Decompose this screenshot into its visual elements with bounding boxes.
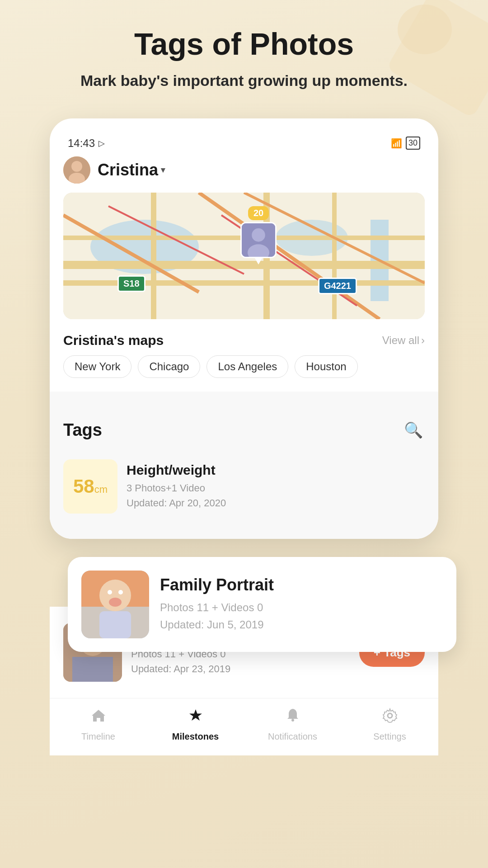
status-bar: 14:43 ▷ 📶 30 bbox=[63, 132, 425, 156]
maps-title: Cristina's maps bbox=[63, 333, 164, 348]
map-container[interactable]: S18 G4221 20 bbox=[63, 193, 425, 319]
road-sign-s18: S18 bbox=[117, 275, 145, 292]
city-chip-0[interactable]: New York bbox=[63, 355, 131, 378]
bottom-navigation: Timeline Milestones bbox=[50, 698, 438, 755]
nav-label-milestones: Milestones bbox=[172, 731, 219, 742]
nav-item-notifications[interactable]: Notifications bbox=[244, 708, 341, 742]
svg-rect-30 bbox=[72, 657, 113, 682]
map-pin bbox=[255, 258, 262, 264]
svg-point-34 bbox=[388, 713, 392, 718]
home-icon bbox=[90, 708, 107, 728]
tags-header: Tags 🔍 bbox=[63, 419, 425, 441]
tag-thumbnail-height: 58 cm bbox=[63, 459, 117, 514]
tags-section: Tags 🔍 58 cm Height/weight bbox=[63, 405, 425, 530]
city-chip-2[interactable]: Los Angeles bbox=[206, 355, 288, 378]
battery-icon: 30 bbox=[406, 137, 420, 150]
status-time: 14:43 ▷ bbox=[68, 137, 105, 150]
nav-label-settings: Settings bbox=[373, 731, 406, 742]
user-name-label[interactable]: Cristina ▾ bbox=[98, 160, 165, 179]
bell-icon bbox=[285, 708, 301, 728]
svg-point-1 bbox=[71, 161, 82, 172]
svg-point-26 bbox=[109, 598, 122, 607]
search-button[interactable]: 🔍 bbox=[402, 419, 425, 441]
svg-rect-27 bbox=[99, 611, 131, 638]
photo-count: 20 bbox=[248, 206, 269, 220]
svg-point-25 bbox=[118, 590, 123, 594]
svg-point-19 bbox=[252, 228, 265, 242]
nav-item-settings[interactable]: Settings bbox=[341, 708, 438, 742]
nav-item-timeline[interactable]: Timeline bbox=[50, 708, 147, 742]
map-photo-thumbnail bbox=[240, 222, 277, 258]
avatar bbox=[63, 156, 90, 184]
nav-label-timeline: Timeline bbox=[81, 731, 115, 742]
svg-point-33 bbox=[291, 719, 294, 722]
city-chips: New York Chicago Los Angeles Houston bbox=[63, 355, 425, 378]
tag-item-height: 58 cm Height/weight 3 Photos+1 Video Upd… bbox=[63, 452, 425, 521]
tags-title: Tags bbox=[63, 420, 102, 440]
svg-point-24 bbox=[108, 590, 112, 594]
chevron-right-icon: › bbox=[421, 334, 425, 347]
page-subtitle: Mark baby's important growing up moments… bbox=[80, 70, 408, 92]
nav-label-notifications: Notifications bbox=[268, 731, 317, 742]
settings-icon bbox=[382, 708, 398, 728]
signal-icon: 📶 bbox=[391, 138, 402, 149]
floating-info: Family Portrait Photos 11 + Videos 0 Upd… bbox=[160, 576, 443, 634]
star-icon bbox=[188, 708, 204, 728]
city-chip-3[interactable]: Houston bbox=[295, 355, 357, 378]
maps-section: Cristina's maps View all › New York Chic… bbox=[63, 328, 425, 382]
view-all-button[interactable]: View all › bbox=[382, 334, 425, 347]
nav-item-milestones[interactable]: Milestones bbox=[147, 708, 244, 742]
phone-mockup: 14:43 ▷ 📶 30 bbox=[50, 118, 438, 755]
floating-card: Family Portrait Photos 11 + Videos 0 Upd… bbox=[68, 557, 456, 652]
tag-info-height: Height/weight 3 Photos+1 Video Updated: … bbox=[127, 462, 425, 510]
status-icons: 📶 30 bbox=[391, 137, 420, 150]
play-icon: ▷ bbox=[99, 138, 105, 148]
bg-decoration-2 bbox=[398, 5, 452, 54]
road-sign-g4221: G4221 bbox=[318, 278, 357, 294]
page-title: Tags of Photos bbox=[134, 27, 354, 61]
maps-header: Cristina's maps View all › bbox=[63, 333, 425, 348]
city-chip-1[interactable]: Chicago bbox=[138, 355, 200, 378]
dropdown-arrow-icon: ▾ bbox=[161, 165, 165, 175]
floating-photo-thumbnail bbox=[81, 571, 149, 638]
map-photo-badge: 20 bbox=[240, 206, 277, 264]
user-header[interactable]: Cristina ▾ bbox=[63, 156, 425, 184]
